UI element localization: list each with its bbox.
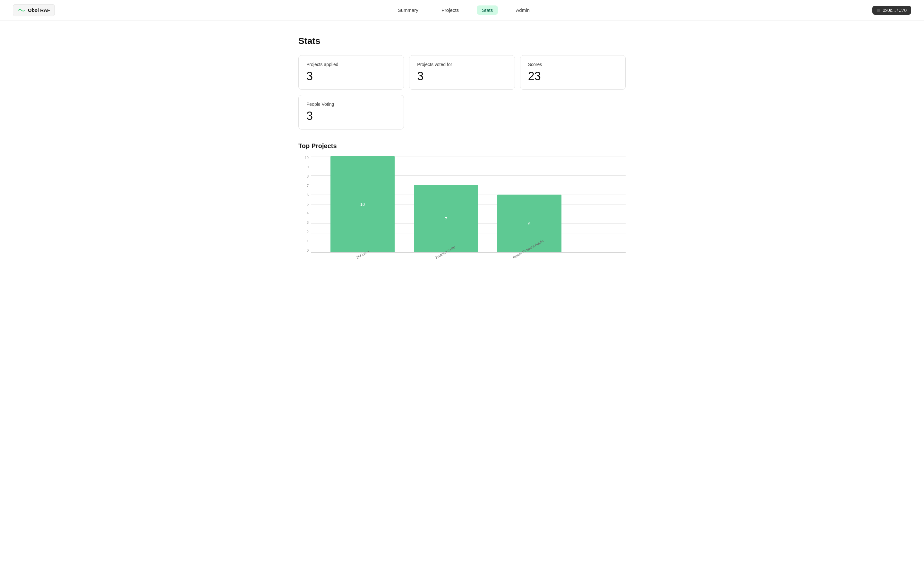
stat-value-people-voting: 3 — [306, 109, 396, 123]
nav-summary[interactable]: Summary — [393, 5, 423, 15]
nav-stats[interactable]: Stats — [477, 5, 498, 15]
page-title: Stats — [298, 36, 626, 46]
bar-2: 6 — [497, 195, 561, 252]
bar-value-1: 7 — [445, 216, 447, 221]
y-tick: 3 — [298, 221, 309, 224]
chart-section: Top Projects 012345678910 10 DV Land 7 P… — [298, 142, 626, 278]
y-tick: 9 — [298, 165, 309, 169]
stat-card-scores: Scores 23 — [520, 55, 626, 90]
y-tick: 5 — [298, 203, 309, 206]
main-content: Stats Projects applied 3 Projects voted … — [286, 21, 638, 293]
x-axis-line — [311, 252, 626, 253]
bar-1: 7 — [414, 185, 478, 252]
stats-grid-row2: People Voting 3 — [298, 95, 626, 129]
stat-label-scores: Scores — [528, 62, 618, 67]
stat-label-projects-applied: Projects applied — [306, 62, 396, 67]
wallet-address: 0x0c...7C70 — [883, 8, 907, 13]
bar-value-0: 10 — [360, 202, 365, 207]
nav-admin[interactable]: Admin — [511, 5, 535, 15]
stats-grid-row1: Projects applied 3 Projects voted for 3 … — [298, 55, 626, 90]
y-tick: 7 — [298, 184, 309, 187]
navbar: Obol RAF Summary Projects Stats Admin 0x… — [0, 0, 924, 21]
y-tick: 1 — [298, 239, 309, 243]
y-tick: 4 — [298, 211, 309, 215]
stat-card-projects-applied: Projects applied 3 — [298, 55, 404, 90]
nav-projects[interactable]: Projects — [436, 5, 464, 15]
wallet-icon — [877, 9, 880, 12]
bar-label-1: Protocol Guild — [414, 255, 478, 261]
logo-icon — [18, 6, 25, 14]
bar-value-2: 6 — [528, 221, 530, 226]
bar-label-2: Remix Project's Applic — [497, 255, 561, 261]
bar-label-0: DV Land — [330, 255, 395, 261]
y-tick: 2 — [298, 230, 309, 234]
wallet-button[interactable]: 0x0c...7C70 — [872, 6, 911, 15]
app-name: Obol RAF — [28, 7, 50, 13]
stat-label-people-voting: People Voting — [306, 102, 396, 107]
stat-value-projects-applied: 3 — [306, 69, 396, 83]
chart-container: 012345678910 10 DV Land 7 Protocol Guild… — [298, 156, 626, 278]
y-tick: 6 — [298, 193, 309, 197]
nav-links: Summary Projects Stats Admin — [393, 5, 535, 15]
y-tick: 8 — [298, 175, 309, 178]
stat-card-people-voting: People Voting 3 — [298, 95, 404, 129]
bar-0: 10 — [330, 156, 395, 252]
stat-label-projects-voted: Projects voted for — [417, 62, 507, 67]
stat-value-scores: 23 — [528, 69, 618, 83]
y-tick: 0 — [298, 249, 309, 252]
stat-value-projects-voted: 3 — [417, 69, 507, 83]
stat-card-projects-voted: Projects voted for 3 — [409, 55, 515, 90]
y-tick: 10 — [298, 156, 309, 160]
chart-title: Top Projects — [298, 142, 626, 150]
logo-button[interactable]: Obol RAF — [13, 4, 55, 16]
